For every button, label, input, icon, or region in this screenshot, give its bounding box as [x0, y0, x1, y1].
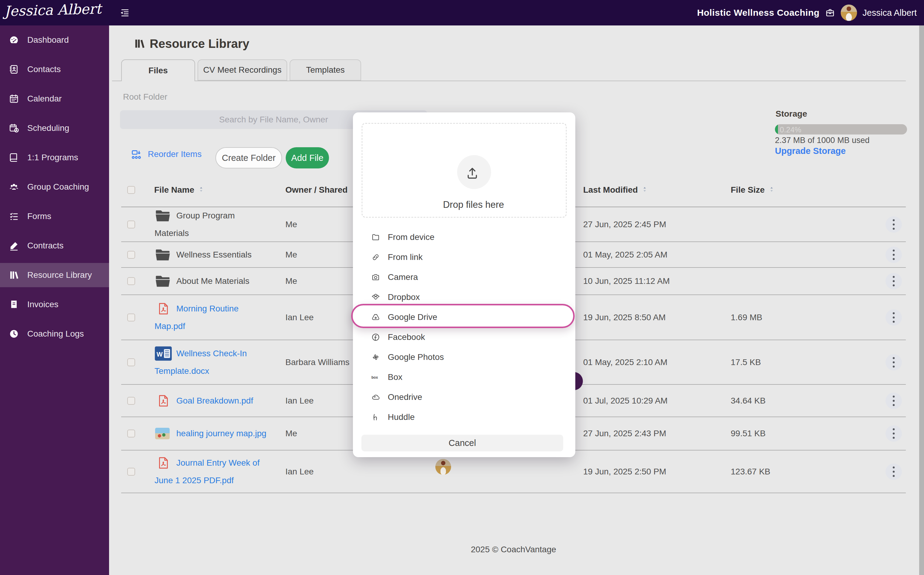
- column-file-size[interactable]: File Size: [731, 185, 776, 195]
- row-checkbox[interactable]: [127, 430, 135, 437]
- dashboard-icon: [8, 35, 19, 45]
- sidebar-item-label: Contacts: [27, 65, 61, 74]
- huddle-icon: [371, 413, 380, 422]
- row-checkbox[interactable]: [127, 251, 135, 259]
- add-file-button[interactable]: Add File: [286, 147, 329, 168]
- sidebar-item[interactable]: Dashboard: [0, 28, 109, 52]
- briefcase-icon[interactable]: [825, 8, 835, 18]
- row-checkbox[interactable]: [127, 277, 135, 285]
- file-owner: Me: [286, 250, 297, 260]
- tab-templates[interactable]: Templates: [290, 59, 361, 81]
- sidebar-item-label: Calendar: [27, 94, 62, 103]
- file-name[interactable]: Morning Routine Map.pdf: [154, 300, 270, 335]
- file-name[interactable]: Journal Entry Week of June 1 2025 PDF.pd…: [154, 454, 270, 489]
- tab-files[interactable]: Files: [121, 59, 195, 81]
- source-label: Dropbox: [388, 292, 420, 302]
- row-menu-button[interactable]: [886, 216, 902, 233]
- cancel-button[interactable]: Cancel: [361, 435, 563, 451]
- file-name[interactable]: Wellness Check-In Template.docx: [154, 345, 270, 380]
- sidebar-item[interactable]: Scheduling: [0, 116, 109, 140]
- organization-name: Holistic Wellness Coaching: [697, 8, 819, 18]
- file-owner: Barbara Williams: [286, 357, 349, 367]
- dropzone-label: Drop files here: [362, 199, 585, 210]
- file-name[interactable]: Group Program Materials: [154, 207, 270, 242]
- file-modified: 27 Jun, 2025 2:43 PM: [583, 429, 666, 438]
- user-avatar[interactable]: [841, 5, 857, 21]
- upload-source-item[interactable]: Onedrive: [353, 387, 575, 407]
- file-name[interactable]: Wellness Essentials: [154, 246, 270, 264]
- row-checkbox[interactable]: [127, 468, 135, 476]
- sidebar-item[interactable]: Group Coaching: [0, 175, 109, 199]
- storage-usage: 2.37 MB of 1000 MB used: [775, 136, 870, 145]
- sidebar-item[interactable]: Forms: [0, 204, 109, 229]
- google-drive-highlight: [351, 304, 575, 328]
- upgrade-storage-link[interactable]: Upgrade Storage: [775, 146, 846, 156]
- column-last-modified[interactable]: Last Modified: [583, 185, 649, 195]
- source-label: Box: [388, 372, 402, 382]
- source-label: Google Photos: [388, 352, 444, 362]
- sidebar-item-label: Contracts: [27, 241, 64, 251]
- facebook-icon: [371, 333, 380, 342]
- tab-cv-meet-recordings[interactable]: CV Meet Recordings: [197, 59, 287, 81]
- reorder-items-button[interactable]: Reorder Items: [130, 148, 202, 160]
- upload-source-item[interactable]: box Box: [353, 367, 575, 387]
- group-icon: [8, 181, 19, 192]
- upload-source-item[interactable]: Google Photos: [353, 347, 575, 367]
- sidebar-item[interactable]: Contacts: [0, 57, 109, 81]
- sort-icon: [198, 186, 206, 194]
- sidebar-item[interactable]: Contracts: [0, 233, 109, 258]
- file-size: 34.64 KB: [731, 396, 765, 406]
- file-modified: 01 May, 2025 2:05 AM: [583, 250, 667, 260]
- row-checkbox[interactable]: [127, 397, 135, 405]
- row-menu-button[interactable]: [886, 354, 902, 370]
- contracts-icon: [8, 240, 19, 251]
- select-all-checkbox[interactable]: [127, 186, 135, 194]
- user-name[interactable]: Jessica Albert: [862, 8, 917, 18]
- dropbox-icon: [371, 293, 380, 302]
- programs-icon: [8, 152, 19, 163]
- menu-fold-icon[interactable]: [119, 7, 130, 18]
- logo-signature[interactable]: Jessica Albert: [4, 1, 102, 19]
- row-menu-button[interactable]: [886, 392, 902, 409]
- reorder-items-label: Reorder Items: [148, 149, 202, 159]
- sidebar-item-label: Group Coaching: [27, 182, 89, 192]
- file-modified: 01 Jul, 2025 10:29 AM: [583, 396, 668, 406]
- create-folder-button[interactable]: Create Folder: [215, 147, 282, 168]
- sidebar: Dashboard Contacts Calendar Scheduling 1…: [0, 25, 109, 575]
- page-scrollbar[interactable]: [919, 25, 924, 575]
- column-owner-shared[interactable]: Owner / Shared: [286, 185, 348, 195]
- upload-source-item[interactable]: Facebook: [353, 327, 575, 347]
- calendar-icon: [8, 93, 19, 104]
- row-checkbox[interactable]: [127, 314, 135, 321]
- sidebar-item[interactable]: Resource Library: [0, 263, 109, 287]
- sidebar-item[interactable]: Calendar: [0, 87, 109, 111]
- file-owner: Me: [286, 220, 297, 229]
- top-bar: Jessica Albert Holistic Wellness Coachin…: [0, 0, 924, 25]
- file-name[interactable]: Goal Breakdown.pdf: [154, 392, 270, 410]
- upload-source-item[interactable]: From device: [353, 227, 575, 247]
- row-menu-button[interactable]: [886, 464, 902, 480]
- upload-source-item[interactable]: From link: [353, 247, 575, 267]
- file-modified: 01 May, 2025 2:10 AM: [583, 357, 667, 367]
- file-dropzone[interactable]: Drop files here: [362, 123, 567, 218]
- column-file-name[interactable]: File Name: [154, 185, 206, 195]
- file-owner: Me: [286, 429, 297, 438]
- file-name[interactable]: healing journey map.jpg: [154, 425, 270, 442]
- sidebar-item[interactable]: Coaching Logs: [0, 322, 109, 346]
- sidebar-item[interactable]: 1:1 Programs: [0, 145, 109, 170]
- upload-source-item[interactable]: Huddle: [353, 407, 575, 427]
- storage-progress-bar: 0.24%: [775, 124, 907, 135]
- page: Dashboard Contacts Calendar Scheduling 1…: [0, 0, 924, 575]
- sidebar-item-label: Scheduling: [27, 123, 69, 133]
- upload-source-item[interactable]: Camera: [353, 267, 575, 287]
- row-menu-button[interactable]: [886, 246, 902, 263]
- row-menu-button[interactable]: [886, 309, 902, 326]
- file-modified: 19 Jun, 2025 2:50 PM: [583, 467, 666, 477]
- row-menu-button[interactable]: [886, 273, 902, 289]
- device-folder-icon: [371, 233, 380, 242]
- file-name[interactable]: About Me Materials: [154, 272, 270, 290]
- sidebar-item[interactable]: Invoices: [0, 292, 109, 316]
- row-checkbox[interactable]: [127, 358, 135, 366]
- row-checkbox[interactable]: [127, 221, 135, 229]
- row-menu-button[interactable]: [886, 425, 902, 442]
